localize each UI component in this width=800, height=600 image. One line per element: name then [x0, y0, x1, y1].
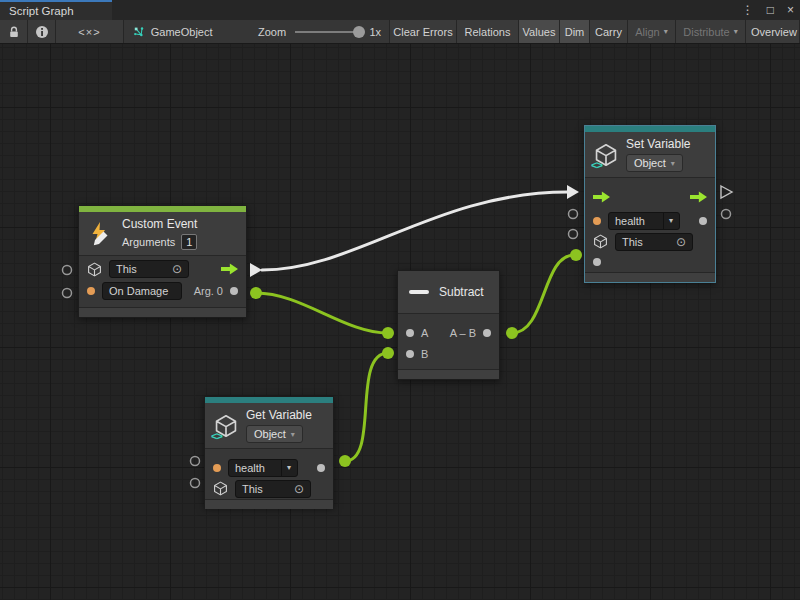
distribute-dropdown[interactable]: Distribute ▾ [676, 20, 746, 43]
window-menu-icon[interactable]: ⋮ [742, 3, 754, 17]
chevron-down-icon: ▾ [664, 27, 668, 36]
subtract-node[interactable]: Subtract A A – B B [397, 270, 500, 380]
string-input-port[interactable] [593, 217, 601, 225]
lock-button[interactable] [0, 20, 28, 43]
zoom-slider-handle[interactable] [353, 26, 365, 38]
string-input-port[interactable] [213, 464, 221, 472]
chevron-down-icon: ▾ [671, 159, 675, 168]
input-b-row: B [398, 343, 499, 364]
tab-title: Script Graph [9, 5, 74, 17]
get-variable-node[interactable]: <> Get Variable Object ▾ health ▾ [204, 396, 334, 507]
object-picker-icon[interactable]: ⊙ [294, 483, 304, 495]
graph-context-segment: GameObject Zoom 1x [124, 20, 390, 43]
set-variable-node[interactable]: <> Set Variable Object ▾ health [584, 125, 716, 283]
string-input-port[interactable] [87, 287, 95, 295]
values-toggle[interactable]: Values [519, 20, 560, 43]
window-maximize-icon[interactable]: □ [767, 3, 774, 17]
object-picker-icon[interactable]: ⊙ [172, 263, 182, 275]
target-field[interactable]: This ⊙ [109, 260, 189, 278]
lock-icon [7, 25, 21, 39]
node-footer [79, 307, 246, 317]
variable-scope-dropdown[interactable]: Object ▾ [626, 154, 683, 172]
variable-cube-icon: <> [594, 143, 618, 167]
subtract-icon [409, 290, 429, 294]
info-button[interactable] [28, 20, 56, 43]
trigger-input-port[interactable] [593, 191, 610, 204]
trigger-port-row [585, 184, 715, 210]
node-title: Subtract [439, 285, 484, 299]
gameobject-cube-icon [87, 262, 102, 277]
relations-button[interactable]: Relations [457, 20, 519, 43]
custom-event-node[interactable]: Custom Event Arguments 1 This ⊙ [78, 205, 247, 318]
tab-script-graph[interactable]: Script Graph [0, 0, 112, 20]
arguments-label: Arguments [122, 236, 175, 248]
arg0-label: Arg. 0 [194, 285, 223, 297]
variable-name-dropdown[interactable]: health ▾ [228, 459, 298, 477]
trigger-output-port[interactable] [221, 263, 238, 276]
input-a-row: A A – B [398, 322, 499, 343]
output-label: A – B [450, 327, 476, 339]
object-picker-icon[interactable]: ⊙ [676, 236, 686, 248]
zoom-value: 1x [369, 26, 381, 38]
target-field[interactable]: This ⊙ [615, 233, 693, 251]
target-port-row: This ⊙ [79, 258, 246, 280]
node-footer [585, 272, 715, 282]
variable-name-row: health ▾ [205, 457, 333, 478]
chevron-down-icon: ▾ [734, 27, 738, 36]
node-title: Set Variable [626, 137, 690, 151]
gameobject-cube-icon [593, 234, 608, 249]
event-name-field[interactable]: On Damage [102, 282, 182, 300]
node-title: Custom Event [122, 217, 197, 231]
chevron-down-icon: ▾ [663, 213, 673, 229]
trigger-output-port[interactable] [690, 191, 707, 204]
value-input-port[interactable] [593, 258, 601, 266]
variable-name-dropdown[interactable]: health ▾ [608, 212, 680, 230]
graph-toolbar: <×> GameObject Zoom 1x Clear Errors Rela… [0, 20, 800, 44]
variable-cube-icon: <> [214, 414, 238, 438]
variable-scope-dropdown[interactable]: Object ▾ [246, 425, 303, 443]
value-output-port[interactable] [699, 217, 707, 225]
unity-script-graph-window: Script Graph ⋮ □ × <×> [0, 0, 800, 600]
node-title: Get Variable [246, 408, 312, 422]
window-close-icon[interactable]: × [787, 3, 794, 17]
target-port-row: This ⊙ [205, 478, 333, 499]
zoom-slider[interactable] [295, 31, 360, 33]
edit-graph-button[interactable]: <×> [56, 20, 124, 43]
code-brackets-icon: <×> [78, 26, 100, 38]
arg0-output-port[interactable] [230, 287, 238, 295]
tab-bar: Script Graph ⋮ □ × [0, 0, 800, 20]
gameobject-cube-icon [213, 481, 228, 496]
target-port-row: This ⊙ [585, 231, 715, 252]
target-field[interactable]: This ⊙ [235, 480, 311, 498]
graph-object-name[interactable]: GameObject [151, 26, 213, 38]
value-output-port[interactable] [317, 464, 325, 472]
align-dropdown[interactable]: Align ▾ [628, 20, 676, 43]
node-footer [398, 369, 499, 379]
input-b-label: B [421, 348, 428, 360]
graph-network-icon [132, 24, 145, 40]
arguments-count-field[interactable]: 1 [181, 234, 197, 250]
custom-event-icon [88, 221, 114, 247]
result-output-port[interactable] [483, 329, 491, 337]
info-icon [35, 25, 49, 39]
event-name-port-row: On Damage Arg. 0 [79, 280, 246, 302]
node-footer [205, 499, 333, 509]
overview-button[interactable]: Overview [746, 20, 800, 43]
input-b-port[interactable] [406, 350, 414, 358]
chevron-down-icon: ▾ [291, 430, 295, 439]
clear-errors-button[interactable]: Clear Errors [390, 20, 457, 43]
dim-toggle[interactable]: Dim [560, 20, 590, 43]
input-a-label: A [421, 327, 428, 339]
value-input-row [585, 252, 715, 272]
variable-name-row: health ▾ [585, 210, 715, 231]
carry-toggle[interactable]: Carry [590, 20, 628, 43]
input-a-port[interactable] [406, 329, 414, 337]
zoom-label: Zoom [258, 26, 286, 38]
chevron-down-icon: ▾ [281, 460, 291, 476]
